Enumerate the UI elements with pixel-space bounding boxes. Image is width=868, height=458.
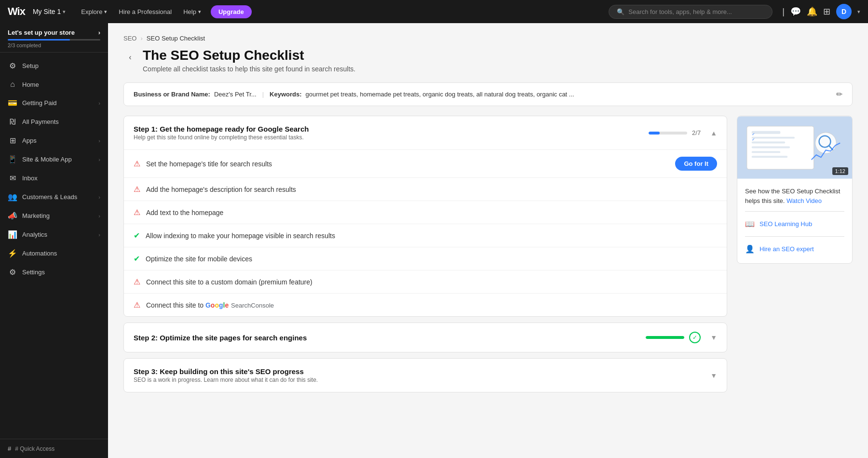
sidebar-item-inbox[interactable]: ✉ Inbox <box>0 169 108 188</box>
sidebar-item-label: Inbox <box>22 175 100 182</box>
back-button[interactable]: ‹ <box>123 51 137 64</box>
step-1-subtitle: Help get this site found online by compl… <box>134 134 643 141</box>
payments-icon: ₪ <box>8 117 17 126</box>
task-4-label: Allow indexing to make your homepage vis… <box>146 232 717 240</box>
breadcrumb-parent[interactable]: SEO <box>123 35 136 42</box>
breadcrumb-separator: › <box>140 35 142 42</box>
google-search-console-logo: Google <box>205 301 229 309</box>
sidebar-item-label: Settings <box>22 269 100 276</box>
breadcrumb-current: SEO Setup Checklist <box>147 35 205 42</box>
step-1-progress: 2/7 <box>649 129 701 136</box>
sidebar-item-settings[interactable]: ⚙ Settings <box>0 263 108 282</box>
customers-icon: 👥 <box>8 192 17 202</box>
global-search[interactable]: 🔍 Search for tools, apps, help & more... <box>609 5 773 19</box>
task-3-label: Add text to the homepage <box>146 209 717 216</box>
search-icon: 🔍 <box>617 8 624 15</box>
seo-hub-row[interactable]: 📖 SEO Learning Hub <box>745 217 844 230</box>
step-2-chevron-icon[interactable]: ▼ <box>710 334 717 341</box>
step-3-header[interactable]: Step 3: Keep building on this site's SEO… <box>124 359 727 392</box>
sidebar-item-site-mobile[interactable]: 📱 Site & Mobile App › <box>0 150 108 169</box>
task-item-7: ⚠ Connect this site to Google SearchCons… <box>124 294 727 316</box>
apps-grid-icon[interactable]: ⊞ <box>823 6 830 17</box>
chevron-right-icon: › <box>98 232 100 238</box>
error-icon: ⚠ <box>134 159 140 168</box>
divider-icon: | <box>782 7 785 17</box>
seo-hub-link[interactable]: SEO Learning Hub <box>760 220 812 228</box>
sidebar-item-label: Analytics <box>22 231 94 238</box>
step-1-count: 2/7 <box>692 129 701 136</box>
page-header: ‹ The SEO Setup Checklist Complete all c… <box>123 48 853 73</box>
help-menu[interactable]: Help ▾ <box>179 6 205 17</box>
store-setup-title[interactable]: Let's set up your store › <box>8 29 100 36</box>
svg-rect-2 <box>752 131 780 134</box>
step-1-header[interactable]: Step 1: Get the homepage ready for Googl… <box>124 116 727 149</box>
home-icon: ⌂ <box>8 80 17 89</box>
analytics-icon: 📊 <box>8 230 17 239</box>
comments-icon[interactable]: 💬 <box>790 6 801 17</box>
site-name[interactable]: My Site 1 ▾ <box>33 8 66 15</box>
keywords-value: gourmet pet treats, homemade pet treats,… <box>306 91 574 98</box>
sidebar-nav: ⚙ Setup ⌂ Home 💳 Getting Paid › ₪ All Pa… <box>0 53 108 439</box>
keywords-label: Keywords: <box>270 91 301 98</box>
side-panel-video-thumbnail[interactable]: ✓ ✓ 1:12 <box>737 116 852 179</box>
step-3-title: Step 3: Keep building on this site's SEO… <box>134 367 701 376</box>
apps-icon: ⊞ <box>8 136 17 145</box>
sidebar-item-customers-leads[interactable]: 👥 Customers & Leads › <box>0 188 108 206</box>
sidebar-item-analytics[interactable]: 📊 Analytics › <box>0 225 108 244</box>
info-divider: | <box>262 91 264 98</box>
sidebar-item-apps[interactable]: ⊞ Apps › <box>0 131 108 150</box>
success-icon: ✔ <box>134 231 140 240</box>
user-avatar[interactable]: D <box>836 4 852 19</box>
seo-hub-icon: 📖 <box>745 219 755 229</box>
page-title-block: The SEO Setup Checklist Complete all che… <box>143 48 355 73</box>
sidebar-item-label: Getting Paid <box>22 99 94 107</box>
task-1-label: Set the homepage's title for search resu… <box>146 160 669 168</box>
svg-rect-6 <box>752 151 780 153</box>
sidebar: Let's set up your store › 2/3 completed … <box>0 23 108 458</box>
sidebar-item-marketing[interactable]: 📣 Marketing › <box>0 206 108 225</box>
notifications-icon[interactable]: 🔔 <box>807 6 817 17</box>
chevron-right-icon: › <box>98 138 100 144</box>
getting-paid-icon: 💳 <box>8 98 17 108</box>
chevron-right-icon: › <box>98 194 100 200</box>
chevron-right-icon: › <box>98 100 100 106</box>
main-content: SEO › SEO Setup Checklist ‹ The SEO Setu… <box>108 23 868 458</box>
seo-expert-row[interactable]: 👤 Hire an SEO expert <box>745 242 844 256</box>
sidebar-item-getting-paid[interactable]: 💳 Getting Paid › <box>0 94 108 112</box>
step-2-progress: ✓ <box>646 332 701 343</box>
hire-professional-link[interactable]: Hire a Professional <box>115 6 176 17</box>
task-item-3: ⚠ Add text to the homepage <box>124 201 727 224</box>
chevron-right-icon: › <box>98 213 100 219</box>
panel-divider-2 <box>745 236 844 237</box>
avatar-chevron[interactable]: ▾ <box>857 9 860 15</box>
sidebar-item-setup[interactable]: ⚙ Setup <box>0 56 108 75</box>
sidebar-item-home[interactable]: ⌂ Home <box>0 75 108 94</box>
step-3-subtitle: SEO is a work in progress. Learn more ab… <box>134 377 701 383</box>
watch-video-link[interactable]: Watch Video <box>787 197 822 204</box>
quick-access-footer[interactable]: # # Quick Access <box>0 439 108 458</box>
sidebar-item-all-payments[interactable]: ₪ All Payments <box>0 112 108 131</box>
hire-seo-expert-link[interactable]: Hire an SEO expert <box>760 245 814 253</box>
setup-icon: ⚙ <box>8 61 17 70</box>
store-setup-banner[interactable]: Let's set up your store › 2/3 completed <box>0 23 108 53</box>
step-2-header[interactable]: Step 2: Optimize the site pages for sear… <box>124 323 727 352</box>
sidebar-item-label: Setup <box>22 62 100 69</box>
edit-info-icon[interactable]: ✏ <box>836 90 842 99</box>
task-item-5: ✔ Optimize the site for mobile devices <box>124 247 727 270</box>
side-panel-description: See how the SEO Setup Checklist helps th… <box>745 187 844 205</box>
sidebar-item-automations[interactable]: ⚡ Automations <box>0 244 108 263</box>
task-6-label: Connect this site to a custom domain (pr… <box>146 278 717 286</box>
step-2-progress-fill <box>646 336 684 339</box>
error-icon: ⚠ <box>134 185 140 194</box>
step-3-chevron-icon[interactable]: ▼ <box>710 372 717 379</box>
step-card-3: Step 3: Keep building on this site's SEO… <box>123 358 727 392</box>
svg-text:✓: ✓ <box>752 132 755 136</box>
mobile-icon: 📱 <box>8 155 17 164</box>
upgrade-button[interactable]: Upgrade <box>211 5 252 18</box>
business-value: Deez's Pet Tr... <box>214 91 257 98</box>
sidebar-item-label: Site & Mobile App <box>22 156 94 163</box>
step-1-chevron-icon[interactable]: ▲ <box>710 129 717 137</box>
explore-menu[interactable]: Explore ▾ <box>77 6 111 17</box>
seo-expert-icon: 👤 <box>745 244 755 254</box>
go-for-it-button[interactable]: Go for It <box>675 157 717 171</box>
